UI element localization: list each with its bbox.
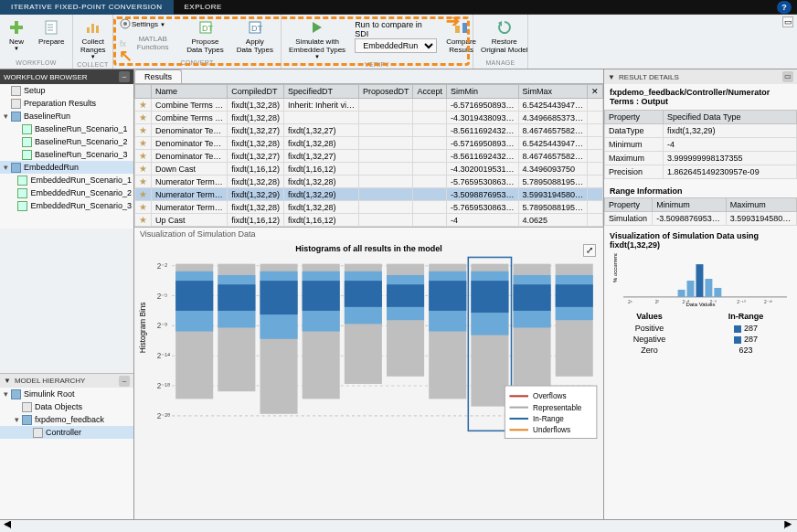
- column-header[interactable]: [135, 85, 152, 99]
- collapse-icon[interactable]: –: [119, 376, 130, 387]
- folder-icon: [11, 389, 21, 399]
- ribbon-group-label: CONVERT: [117, 59, 277, 69]
- tree-item-label: BaselineRun: [24, 112, 70, 121]
- row-star: ★: [135, 176, 152, 188]
- svg-rect-41: [303, 281, 340, 311]
- tree-item-label: Setup: [24, 86, 46, 95]
- tree-item[interactable]: BaselineRun_Scenario_1: [0, 122, 133, 135]
- propose-data-types-button[interactable]: DT Propose Data Types: [183, 16, 227, 56]
- table-cell: [358, 188, 413, 201]
- tree-item[interactable]: Setup: [0, 84, 133, 97]
- fx-icon: fx: [119, 37, 130, 49]
- folder-icon: [11, 112, 21, 122]
- table-cell: [358, 176, 413, 188]
- scroll-left-icon[interactable]: ⯇: [4, 520, 13, 532]
- table-row[interactable]: ★Denominator Te…fixdt(1,32,27)fixdt(1,32…: [135, 150, 603, 163]
- tree-item[interactable]: ▾EmbeddedRun: [0, 161, 133, 174]
- status-bar: ⯇ ⯈: [0, 519, 797, 532]
- table-row[interactable]: ★Combine Terms …fixdt(1,32,28)-4.3019438…: [135, 112, 603, 124]
- collapse-icon[interactable]: –: [119, 71, 130, 82]
- popout-icon[interactable]: ▭: [782, 71, 793, 82]
- close-icon[interactable]: ✕: [588, 85, 603, 99]
- ribbon-group-label: WORKFLOW: [4, 59, 69, 69]
- svg-text:% occurrences: % occurrences: [612, 253, 618, 282]
- table-cell: -6.5716950893…: [446, 99, 518, 112]
- table-row[interactable]: ★Denominator Te…fixdt(1,32,28)fixdt(1,32…: [135, 137, 603, 150]
- row-star: ★: [135, 188, 152, 201]
- restore-original-button[interactable]: Restore Original Model: [477, 16, 532, 56]
- doc-icon: [11, 99, 21, 109]
- restore-icon: [495, 18, 514, 37]
- svg-text:2⁻⁵: 2⁻⁵: [157, 293, 168, 301]
- column-header[interactable]: CompiledDT: [228, 85, 284, 99]
- scroll-right-icon[interactable]: ⯈: [784, 520, 793, 532]
- table-cell: [413, 201, 447, 214]
- tree-item-label: BaselineRun_Scenario_2: [35, 137, 128, 146]
- column-header[interactable]: Name: [152, 85, 228, 99]
- tree-item[interactable]: EmbeddedRun_Scenario_3: [0, 199, 133, 212]
- table-cell: 6.5425443947…: [518, 137, 588, 150]
- tree-item-label: Simulink Root: [24, 389, 75, 399]
- table-row[interactable]: ★Numerator Term…fixdt(1,32,28)fixdt(1,32…: [135, 176, 603, 188]
- svg-rect-38: [260, 281, 298, 314]
- spark-title: Visualization of Simulation Data using f…: [604, 229, 797, 251]
- svg-text:DT: DT: [251, 24, 262, 33]
- prepare-button[interactable]: Prepare: [35, 16, 68, 48]
- run-compare-select[interactable]: EmbeddedRun_Sce…: [355, 38, 437, 53]
- ribbon-popout-icon[interactable]: ▭: [782, 16, 793, 27]
- row-star: ★: [135, 163, 152, 176]
- tree-item[interactable]: ▾Simulink Root: [0, 388, 133, 400]
- values-table: ValuesIn-Range Positive287 Negative287 Z…: [604, 310, 797, 356]
- column-header[interactable]: SimMax: [518, 85, 588, 99]
- column-header[interactable]: Accept: [413, 85, 447, 99]
- new-button[interactable]: New▼: [4, 16, 29, 53]
- table-cell: Numerator Term…: [152, 188, 228, 201]
- tab-explore[interactable]: EXPLORE: [174, 0, 233, 15]
- doc-icon: [11, 86, 21, 96]
- tree-item-label: Controller: [46, 428, 81, 437]
- tree-item[interactable]: BaselineRun_Scenario_2: [0, 135, 133, 148]
- tree-item[interactable]: BaselineRun_Scenario_3: [0, 148, 133, 161]
- table-cell: 4.3496093750: [518, 163, 588, 176]
- tree-item[interactable]: ▾fxpdemo_feedback: [0, 413, 133, 426]
- column-header[interactable]: SpecifiedDT: [283, 85, 358, 99]
- leaf-icon: [22, 124, 32, 134]
- table-cell: [413, 99, 447, 112]
- column-header[interactable]: SimMin: [446, 85, 518, 99]
- table-row[interactable]: ★Numerator Term…fixdt(1,32,28)fixdt(1,32…: [135, 201, 603, 214]
- table-row[interactable]: ★Combine Terms …fixdt(1,32,28)Inherit: I…: [135, 99, 603, 112]
- table-row[interactable]: ★Denominator Te…fixdt(1,32,27)fixdt(1,32…: [135, 124, 603, 137]
- tree-item[interactable]: Preparation Results: [0, 97, 133, 110]
- svg-text:2⁻²⁸: 2⁻²⁸: [157, 412, 170, 420]
- table-row[interactable]: ★Numerator Term…fixdt(1,32,29)fixdt(1,32…: [135, 188, 603, 201]
- doc-icon: [33, 428, 43, 438]
- tab-results[interactable]: Results: [134, 69, 182, 83]
- column-header[interactable]: ProposedDT: [358, 85, 413, 99]
- tab-iterative[interactable]: ITERATIVE FIXED-POINT CONVERSION: [0, 0, 174, 15]
- table-row[interactable]: ★Down Castfixdt(1,16,12)fixdt(1,16,12)-4…: [135, 163, 603, 176]
- apply-data-types-button[interactable]: DT Apply Data Types: [233, 16, 277, 56]
- table-cell: fixdt(1,32,28): [228, 99, 284, 112]
- svg-text:In-Range: In-Range: [533, 415, 564, 423]
- svg-text:2⁻¹⁶: 2⁻¹⁶: [764, 300, 772, 304]
- tree-item[interactable]: EmbeddedRun_Scenario_1: [0, 174, 133, 186]
- histogram-chart: Histogram Bins 2⁻²2⁻⁵2⁻⁹2⁻¹⁴2⁻¹⁸2⁻²⁸ Ove…: [134, 240, 603, 447]
- table-cell: Inherit: Inherit vi…: [283, 99, 358, 112]
- row-star: ★: [135, 150, 152, 163]
- tree-item[interactable]: EmbeddedRun_Scenario_2: [0, 186, 133, 199]
- settings-button[interactable]: Settings▼: [117, 16, 177, 32]
- table-row[interactable]: ★Up Castfixdt(1,16,12)fixdt(1,16,12)-44.…: [135, 214, 603, 227]
- result-details-header: ▼RESULT DETAILS ▭: [604, 69, 797, 84]
- tree-item[interactable]: ▾BaselineRun: [0, 110, 133, 122]
- table-cell: [413, 112, 447, 124]
- simulate-embedded-button[interactable]: Simulate with Embedded Types▼: [285, 16, 349, 61]
- collect-ranges-button[interactable]: Collect Ranges▼: [77, 16, 110, 61]
- svg-rect-4: [91, 24, 94, 33]
- svg-rect-14: [455, 26, 460, 33]
- tree-item[interactable]: Controller: [0, 426, 133, 439]
- tree-item[interactable]: Data Objects: [0, 400, 133, 413]
- table-cell: fixdt(1,16,12): [283, 214, 358, 227]
- help-button[interactable]: ?: [777, 1, 792, 14]
- table-cell: [588, 124, 603, 137]
- matlab-functions-button[interactable]: fx MATLAB Functions: [117, 34, 177, 52]
